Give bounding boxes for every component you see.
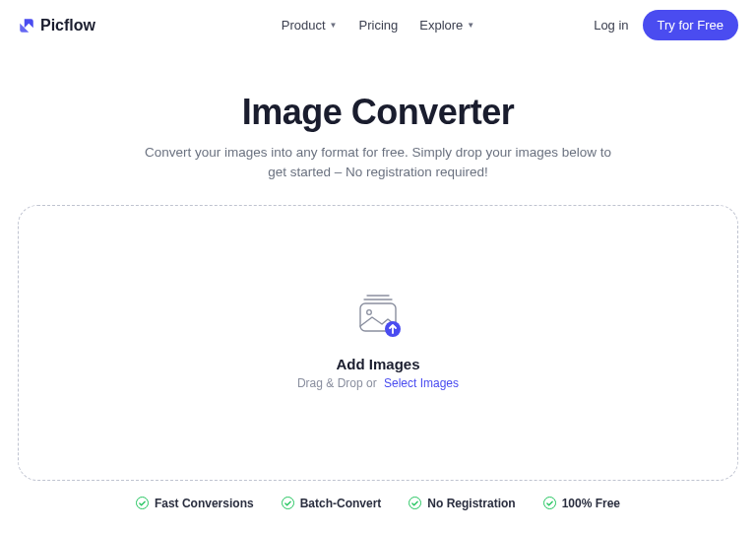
nav-right: Log in Try for Free	[594, 10, 738, 40]
brand-name: Picflow	[40, 17, 95, 34]
feature-item: 100% Free	[543, 497, 620, 510]
check-circle-icon	[136, 497, 149, 509]
header: Picflow Product ▼ Pricing Explore ▼ Log …	[0, 0, 756, 50]
dropzone-title: Add Images	[336, 356, 419, 372]
primary-nav: Product ▼ Pricing Explore ▼	[282, 18, 474, 33]
nav-item-pricing[interactable]: Pricing	[358, 18, 398, 33]
upload-image-icon	[352, 295, 404, 342]
nav-label: Pricing	[358, 18, 398, 33]
login-link[interactable]: Log in	[594, 18, 628, 33]
hero: Image Converter Convert your images into…	[0, 92, 756, 183]
feature-label: No Registration	[427, 497, 515, 510]
feature-item: No Registration	[409, 497, 515, 510]
dropzone-drag-text: Drag & Drop or	[297, 376, 377, 390]
brand-logo[interactable]: Picflow	[18, 17, 95, 34]
nav-label: Product	[282, 18, 326, 33]
check-circle-icon	[543, 497, 556, 509]
upload-dropzone[interactable]: Add Images Drag & Drop or Select Images	[18, 205, 738, 481]
page-title: Image Converter	[20, 92, 736, 133]
chevron-down-icon: ▼	[467, 21, 474, 30]
feature-label: 100% Free	[562, 497, 620, 510]
chevron-down-icon: ▼	[330, 21, 338, 30]
feature-item: Batch-Convert	[282, 497, 382, 510]
check-circle-icon	[409, 497, 421, 509]
page-subtitle: Convert your images into any format for …	[142, 143, 614, 183]
nav-item-explore[interactable]: Explore ▼	[419, 18, 474, 33]
logo-icon	[18, 17, 35, 34]
try-free-button[interactable]: Try for Free	[643, 10, 738, 40]
nav-label: Explore	[419, 18, 463, 33]
feature-label: Batch-Convert	[300, 497, 382, 510]
feature-label: Fast Conversions	[155, 497, 254, 510]
feature-item: Fast Conversions	[136, 497, 254, 510]
dropzone-subtitle: Drag & Drop or Select Images	[297, 376, 459, 390]
features-row: Fast Conversions Batch-Convert No Regist…	[0, 497, 756, 510]
nav-item-product[interactable]: Product ▼	[282, 18, 338, 33]
check-circle-icon	[282, 497, 294, 509]
select-images-link[interactable]: Select Images	[384, 376, 459, 390]
